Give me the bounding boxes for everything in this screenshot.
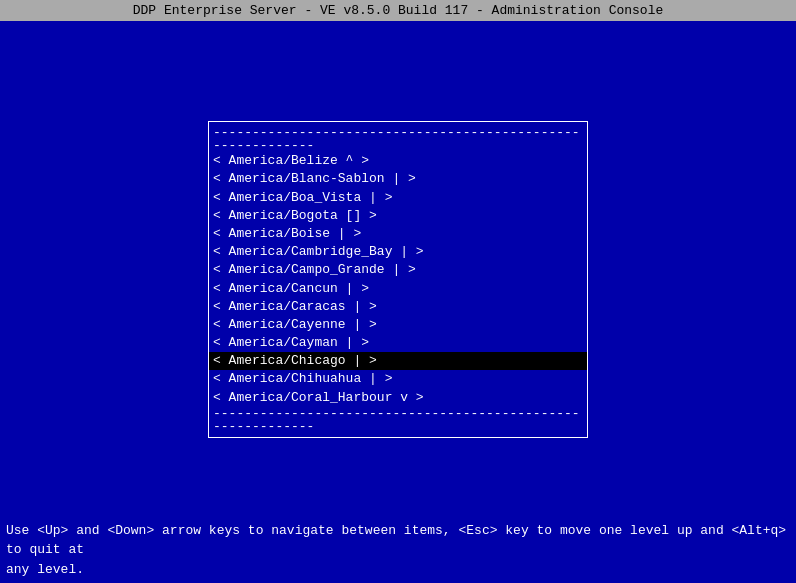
list-item[interactable]: < America/Coral_Harbour v > <box>209 389 587 407</box>
title-text: DDP Enterprise Server - VE v8.5.0 Build … <box>133 3 664 18</box>
top-separator: ----------------------------------------… <box>209 126 587 152</box>
list-item[interactable]: < America/Cayman | > <box>209 334 587 352</box>
status-line-2: any level. <box>6 560 790 580</box>
list-item[interactable]: < America/Chicago | > <box>209 352 587 370</box>
list-item[interactable]: < America/Cambridge_Bay | > <box>209 243 587 261</box>
list-item[interactable]: < America/Cayenne | > <box>209 316 587 334</box>
title-bar: DDP Enterprise Server - VE v8.5.0 Build … <box>0 0 796 21</box>
list-item[interactable]: < America/Belize ^ > <box>209 152 587 170</box>
status-bar: Use <Up> and <Down> arrow keys to naviga… <box>0 517 796 584</box>
items-wrapper: < America/Belize ^ >< America/Blanc-Sabl… <box>209 152 587 407</box>
list-item[interactable]: < America/Blanc-Sablon | > <box>209 170 587 188</box>
bottom-separator: ----------------------------------------… <box>209 407 587 433</box>
list-item[interactable]: < America/Bogota [] > <box>209 207 587 225</box>
list-item[interactable]: < America/Caracas | > <box>209 298 587 316</box>
main-content: ----------------------------------------… <box>0 21 796 538</box>
list-item[interactable]: < America/Boa_Vista | > <box>209 189 587 207</box>
list-item[interactable]: < America/Campo_Grande | > <box>209 261 587 279</box>
list-item[interactable]: < America/Cancun | > <box>209 280 587 298</box>
list-item[interactable]: < America/Boise | > <box>209 225 587 243</box>
list-item[interactable]: < America/Chihuahua | > <box>209 370 587 388</box>
list-container[interactable]: ----------------------------------------… <box>208 121 588 438</box>
status-line-1: Use <Up> and <Down> arrow keys to naviga… <box>6 521 790 560</box>
